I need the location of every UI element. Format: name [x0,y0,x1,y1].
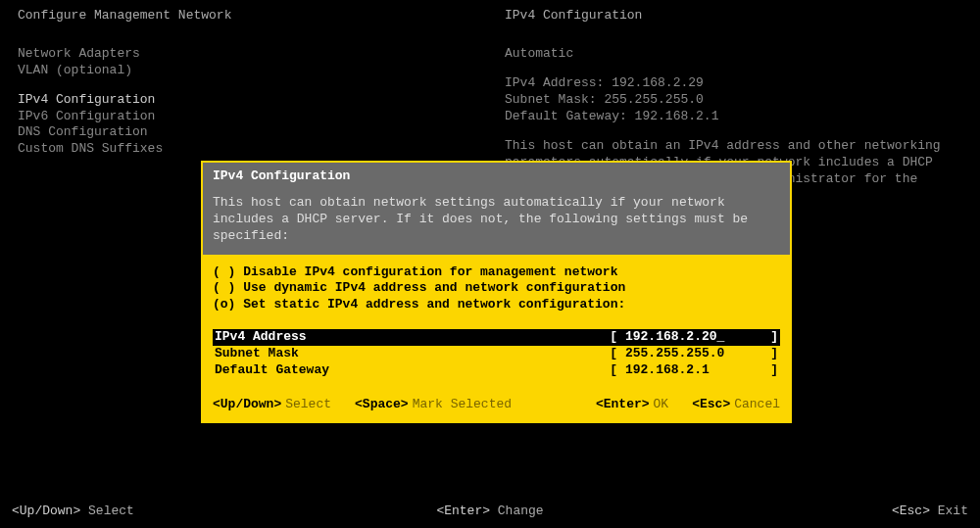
bg-left-item[interactable]: DNS Configuration [18,124,478,141]
bottom-left-key: <Up/Down> [12,504,80,518]
dialog-footer-left: <Up/Down>Select<Space>Mark Selected [213,397,512,413]
bg-right-line: IPv4 Address: 192.168.2.29 [505,75,965,92]
dialog-footer-label: OK [654,397,669,411]
bg-right-mode: Automatic [505,46,965,63]
dialog-footer-hint: <Enter>OK [596,397,668,413]
bottom-hint-bar: <Up/Down> Select <Enter> Change <Esc> Ex… [0,504,980,520]
bg-left-item[interactable]: IPv6 Configuration [18,109,478,125]
bottom-right: <Esc> Exit [650,504,968,520]
dialog-footer-hint: <Space>Mark Selected [355,397,512,413]
dialog-footer: <Up/Down>Select<Space>Mark Selected <Ent… [203,387,790,421]
dialog-footer-right: <Enter>OK<Esc>Cancel [596,397,780,413]
bg-right-line: Default Gateway: 192.168.2.1 [505,109,965,125]
dialog-footer-key: <Up/Down> [213,397,281,411]
bg-left-title: Configure Management Network [18,8,478,24]
bottom-right-key: <Esc> [892,504,930,518]
dialog-footer-label: Cancel [734,397,780,411]
dialog-body: ( ) Disable IPv4 configuration for manag… [203,255,790,387]
bottom-left-label-text: Select [88,504,134,518]
bg-right-title: IPv4 Configuration [505,8,965,24]
dialog-field-value[interactable]: [ 192.168.2.20_ ] [610,329,778,346]
dialog-field-row[interactable]: Subnet Mask[ 255.255.255.0 ] [213,346,780,362]
dialog-footer-label: Mark Selected [413,397,512,411]
dialog-footer-label: Select [285,397,331,411]
bg-left-items: Network AdaptersVLAN (optional)IPv4 Conf… [18,46,478,158]
bg-left-item[interactable]: Custom DNS Suffixes [18,141,478,158]
dialog-option[interactable]: ( ) Use dynamic IPv4 address and network… [213,280,780,297]
bg-left-item[interactable]: IPv4 Configuration [18,92,478,109]
dialog-fields: IPv4 Address[ 192.168.2.20_ ]Subnet Mask… [213,329,780,379]
bg-left-panel: Configure Management Network Network Ada… [18,8,478,158]
bottom-right-label: Exit [938,504,968,518]
dialog-footer-hint: <Esc>Cancel [692,397,780,413]
dialog-options: ( ) Disable IPv4 configuration for manag… [213,264,780,314]
dialog-field-label: Subnet Mask [215,346,299,362]
bottom-center: <Enter> Change [330,504,649,520]
bottom-left: <Up/Down> Select [12,504,330,520]
dialog-footer-key: <Enter> [596,397,650,411]
bg-left-item[interactable]: Network Adapters [18,46,478,63]
dialog-footer-key: <Space> [355,397,409,411]
dialog-field-value[interactable]: [ 255.255.255.0 ] [610,346,778,362]
dialog-footer-hint: <Up/Down>Select [213,397,331,413]
bg-right-lines: IPv4 Address: 192.168.2.29Subnet Mask: 2… [505,75,965,125]
dialog-header: IPv4 Configuration This host can obtain … [203,163,790,255]
dialog-field-row[interactable]: Default Gateway[ 192.168.2.1 ] [213,362,780,379]
dialog-option[interactable]: (o) Set static IPv4 address and network … [213,297,780,313]
dialog-field-row[interactable]: IPv4 Address[ 192.168.2.20_ ] [213,329,780,346]
dialog-field-label: Default Gateway [215,362,329,379]
bottom-center-key: <Enter> [436,504,490,518]
dialog-title: IPv4 Configuration [213,168,780,185]
bg-left-item[interactable]: VLAN (optional) [18,63,478,79]
dialog-description: This host can obtain network settings au… [213,195,780,245]
bottom-center-label: Change [498,504,544,518]
dialog-option[interactable]: ( ) Disable IPv4 configuration for manag… [213,264,780,281]
dialog-footer-key: <Esc> [692,397,730,411]
bg-left-item[interactable] [18,79,478,92]
dialog-field-value[interactable]: [ 192.168.2.1 ] [610,362,778,379]
bg-right-line: Subnet Mask: 255.255.255.0 [505,92,965,109]
ipv4-config-dialog: IPv4 Configuration This host can obtain … [201,161,792,423]
dialog-field-label: IPv4 Address [215,329,307,346]
